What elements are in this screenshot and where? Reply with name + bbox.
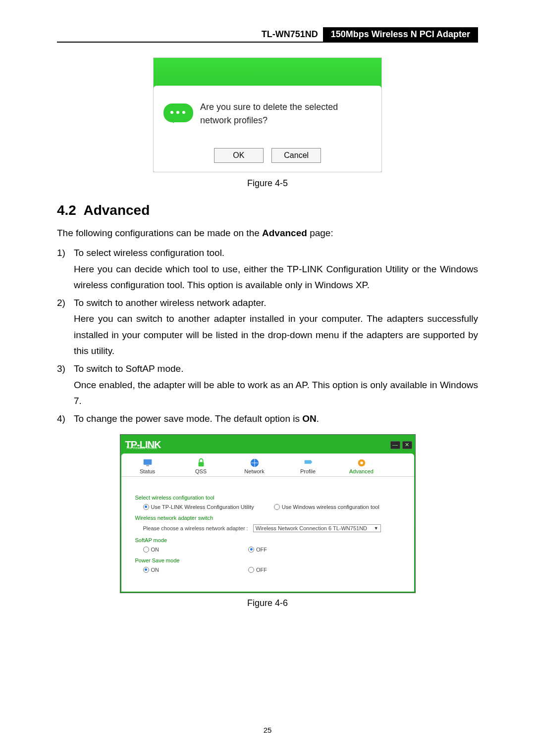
speech-bubble-icon — [163, 103, 193, 122]
radio-softap-off[interactable]: OFF — [248, 547, 267, 553]
radio-icon — [143, 567, 149, 573]
section-heading: 4.2 Advanced — [57, 202, 478, 218]
list-item: 1) To select wireless configuration tool… — [57, 245, 478, 293]
radio-icon — [248, 567, 254, 573]
radio-power-off[interactable]: OFF — [248, 567, 267, 573]
svg-rect-0 — [143, 459, 152, 464]
list-item: 3) To switch to SoftAP mode. Once enable… — [57, 361, 478, 409]
confirm-dialog: Are you sure to delete the selected netw… — [153, 57, 382, 172]
ok-button[interactable]: OK — [214, 148, 264, 163]
svg-point-5 — [360, 461, 363, 464]
figure-caption: Figure 4-5 — [57, 178, 478, 189]
svg-rect-1 — [146, 465, 149, 466]
product-name: 150Mbps Wireless N PCI Adapter — [323, 27, 478, 42]
tab-qss[interactable]: QSS — [182, 456, 220, 476]
intro-paragraph: The following configurations can be made… — [57, 225, 478, 241]
profile-icon — [303, 457, 314, 468]
powersave-label: Power Save mode — [135, 557, 400, 564]
radio-softap-on[interactable]: ON — [143, 547, 160, 553]
cancel-button[interactable]: Cancel — [271, 148, 321, 163]
svg-rect-2 — [198, 462, 204, 466]
minimize-button[interactable]: — — [390, 441, 400, 449]
tab-network[interactable]: Network — [235, 456, 274, 476]
chevron-down-icon: ▼ — [374, 526, 378, 531]
adapter-prompt: Please choose a wireless network adapter… — [143, 525, 248, 531]
utility-window: TP-LINK The Reliable Choice — ✕ Status Q… — [120, 434, 416, 593]
config-tool-label: Select wireless configuration tool — [135, 495, 400, 501]
monitor-icon — [142, 457, 153, 468]
model-number: TL-WN751ND — [57, 27, 323, 42]
brand-tagline: The Reliable Choice — [126, 446, 158, 450]
radio-icon — [248, 547, 254, 553]
tab-advanced[interactable]: Advanced — [342, 456, 381, 476]
doc-header: TL-WN751ND 150Mbps Wireless N PCI Adapte… — [57, 27, 478, 43]
radio-icon — [143, 547, 149, 553]
radio-power-on[interactable]: ON — [143, 567, 160, 573]
tab-status[interactable]: Status — [128, 456, 167, 476]
radio-icon — [143, 504, 149, 510]
radio-icon — [274, 504, 280, 510]
radio-tplink-utility[interactable]: Use TP-LINK Wireless Configuration Utili… — [143, 504, 254, 510]
close-button[interactable]: ✕ — [402, 441, 412, 449]
tab-profile[interactable]: Profile — [289, 456, 327, 476]
tab-bar: Status QSS Network Profile Advanced — [121, 454, 414, 477]
dialog-message: Are you sure to delete the selected netw… — [200, 101, 372, 127]
list-item: 4) To change the power save mode. The de… — [57, 411, 478, 427]
lock-icon — [196, 457, 207, 468]
numbered-list: 1) To select wireless configuration tool… — [57, 245, 478, 427]
network-icon — [249, 457, 260, 468]
page-number: 25 — [0, 726, 535, 734]
radio-windows-tool[interactable]: Use Windows wireless configuration tool — [274, 504, 379, 510]
figure-caption: Figure 4-6 — [57, 598, 478, 608]
list-item: 2) To switch to another wireless network… — [57, 295, 478, 359]
gear-icon — [356, 457, 367, 468]
softap-label: SoftAP mode — [135, 537, 400, 544]
adapter-switch-label: Wireless network adapter switch — [135, 515, 400, 521]
adapter-dropdown[interactable]: Wireless Network Connection 6 TL-WN751ND… — [253, 524, 381, 532]
